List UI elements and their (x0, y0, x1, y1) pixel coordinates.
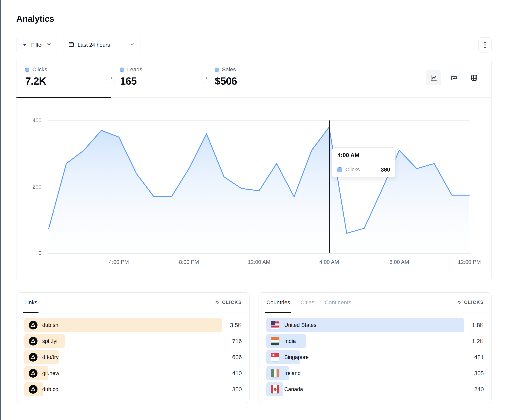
clicks-timeseries-chart[interactable]: 400 200 0 (16, 98, 491, 281)
date-range-button[interactable]: Last 24 hours (63, 38, 141, 52)
line-chart-icon[interactable] (426, 70, 441, 85)
link-row-spti.fyi[interactable]: spti.fyi 716 (24, 334, 242, 348)
tab-links[interactable]: Links (24, 293, 37, 312)
link-row-dub.co[interactable]: dub.co 350 (24, 382, 242, 396)
country-label: Singapore (284, 354, 309, 360)
country-label: United States (284, 322, 316, 328)
link-clicks-value: 716 (232, 338, 242, 345)
sg-flag-icon (271, 353, 279, 362)
country-clicks-value: 1.2K (472, 338, 484, 345)
page-title: Analytics (16, 0, 492, 23)
country-label: Canada (284, 386, 303, 392)
links-metric-label: CLICKS (222, 300, 242, 305)
analytics-chart-card: Clicks 7.2K Leads 165 Sales $506 › › (16, 58, 492, 281)
x-tick-3: 4:00 AM (319, 259, 339, 265)
country-label: Ireland (284, 370, 301, 377)
cursor-click-icon (456, 299, 462, 306)
links-panel: Links CLICKS dub.sh 3.5K (16, 292, 250, 403)
link-label: git.new (42, 370, 59, 377)
geo-panel: Countries Cities Continents CLICKS (258, 292, 492, 403)
link-label: dub.co (42, 386, 58, 392)
geo-metric-label: CLICKS (464, 300, 484, 305)
filter-button[interactable]: Filter (16, 38, 57, 52)
chevron-down-icon (129, 42, 135, 49)
country-row-united-states[interactable]: United States 1.8K (266, 318, 484, 332)
leads-legend-swatch-icon (120, 68, 124, 72)
filter-lines-icon (22, 41, 28, 49)
tooltip-time: 4:00 AM (332, 148, 395, 162)
link-label: d.to/try (42, 354, 59, 360)
dub-logo-icon (29, 385, 37, 394)
x-tick-2: 12:00 AM (248, 259, 270, 265)
y-tick-400: 400 (32, 117, 41, 124)
tab-countries[interactable]: Countries (266, 293, 290, 312)
link-clicks-value: 606 (232, 354, 242, 361)
toolbar: Filter Last 24 hours (16, 38, 492, 52)
geo-panel-header: Countries Cities Continents CLICKS (258, 293, 491, 312)
funnel-icon[interactable] (446, 70, 462, 85)
expand-leads-chevron-right-icon[interactable]: › (201, 73, 211, 83)
country-row-ireland[interactable]: Ireland 305 (266, 366, 484, 380)
leads-tab-label: Leads (127, 66, 142, 73)
country-row-india[interactable]: India 1.2K (266, 334, 484, 348)
link-clicks-value: 350 (232, 386, 242, 393)
link-row-d.to-try[interactable]: d.to/try 606 (24, 350, 242, 364)
ie-flag-icon (271, 369, 279, 378)
clicks-value: 7.2K (25, 75, 111, 87)
links-panel-header: Links CLICKS (16, 293, 249, 312)
tab-cities[interactable]: Cities (300, 293, 314, 312)
tooltip-value: 380 (381, 167, 390, 173)
geo-metric-selector[interactable]: CLICKS (456, 299, 484, 306)
table-grid-icon[interactable] (466, 70, 482, 85)
y-axis: 400 200 0 (16, 120, 45, 253)
country-clicks-value: 240 (474, 386, 484, 393)
y-tick-200: 200 (32, 184, 41, 190)
breakdown-panels: Links CLICKS dub.sh 3.5K (16, 292, 492, 403)
chevron-down-icon (46, 42, 52, 49)
tooltip-legend-swatch-icon (337, 167, 342, 172)
tooltip-series-label: Clicks (345, 167, 360, 173)
chart-tooltip: 4:00 AM Clicks 380 (332, 147, 396, 177)
chart-type-switcher (426, 70, 482, 85)
kebab-menu-icon (484, 42, 486, 48)
links-list: dub.sh 3.5K spti.fyi 716 d.to/try 606 (16, 312, 249, 396)
x-tick-0: 4:00 PM (109, 259, 129, 265)
dub-logo-icon (29, 337, 37, 346)
link-row-dub.sh[interactable]: dub.sh 3.5K (24, 318, 242, 332)
date-range-label: Last 24 hours (78, 42, 110, 48)
plot-area[interactable]: 4:00 PM 8:00 PM 12:00 AM 4:00 AM 8:00 AM… (48, 120, 470, 253)
filter-button-label: Filter (31, 42, 43, 48)
tab-leads[interactable]: Leads 165 (111, 58, 206, 97)
dub-logo-icon (29, 369, 37, 378)
leads-value: 165 (120, 75, 206, 87)
in-flag-icon (271, 337, 279, 346)
dub-logo-icon (29, 321, 37, 329)
country-clicks-value: 305 (474, 370, 484, 377)
country-row-canada[interactable]: Canada 240 (266, 382, 484, 396)
clicks-tab-label: Clicks (32, 66, 47, 73)
expand-clicks-chevron-right-icon[interactable]: › (106, 73, 116, 83)
country-clicks-value: 1.8K (472, 322, 484, 328)
sales-legend-swatch-icon (215, 68, 219, 72)
stats-tabs-row: Clicks 7.2K Leads 165 Sales $506 › › (16, 58, 491, 98)
country-label: India (284, 338, 296, 344)
country-clicks-value: 481 (474, 354, 484, 361)
tab-continents[interactable]: Continents (325, 293, 351, 312)
cursor-click-icon (214, 299, 220, 306)
y-tick-0: 0 (38, 250, 41, 256)
sales-tab-label: Sales (222, 66, 236, 73)
tab-clicks[interactable]: Clicks 7.2K (16, 58, 111, 97)
ca-flag-icon (271, 385, 279, 394)
calendar-icon (68, 41, 74, 49)
link-row-git.new[interactable]: git.new 410 (24, 366, 242, 380)
link-label: dub.sh (42, 322, 58, 328)
more-options-button[interactable] (478, 37, 492, 52)
hover-crosshair-line (329, 120, 330, 253)
x-tick-5: 12:00 PM (458, 259, 481, 265)
x-tick-1: 8:00 PM (179, 259, 199, 265)
link-clicks-value: 3.5K (230, 322, 242, 328)
window-edge-strip (0, 0, 1, 420)
area-line-series (48, 120, 470, 253)
links-metric-selector[interactable]: CLICKS (214, 299, 242, 306)
country-row-singapore[interactable]: Singapore 481 (266, 350, 484, 364)
